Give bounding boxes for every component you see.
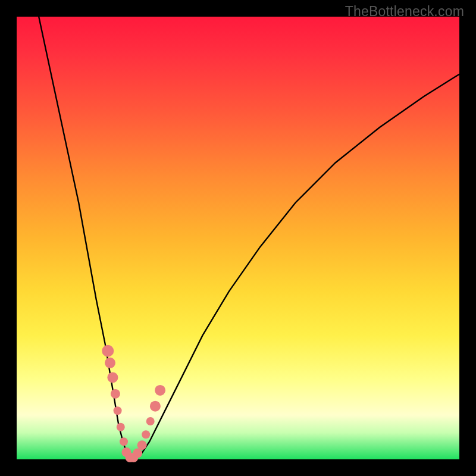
chart-frame: TheBottleneck.com	[0, 0, 476, 476]
highlight-dot	[117, 423, 125, 431]
highlight-dot	[102, 345, 114, 357]
highlight-dot	[105, 358, 115, 368]
highlight-dot	[114, 406, 122, 415]
highlight-dot	[137, 440, 147, 450]
highlight-dots	[102, 345, 165, 462]
highlight-dot	[120, 437, 128, 446]
highlight-dot	[146, 417, 155, 425]
bottleneck-curve	[39, 17, 459, 459]
curve-layer	[17, 17, 459, 459]
highlight-dot	[107, 372, 118, 383]
highlight-dot	[142, 430, 150, 439]
highlight-dot	[155, 385, 165, 396]
plot-area	[17, 17, 459, 459]
highlight-dot	[111, 389, 120, 399]
highlight-dot	[150, 401, 161, 412]
highlight-dot	[133, 449, 142, 458]
